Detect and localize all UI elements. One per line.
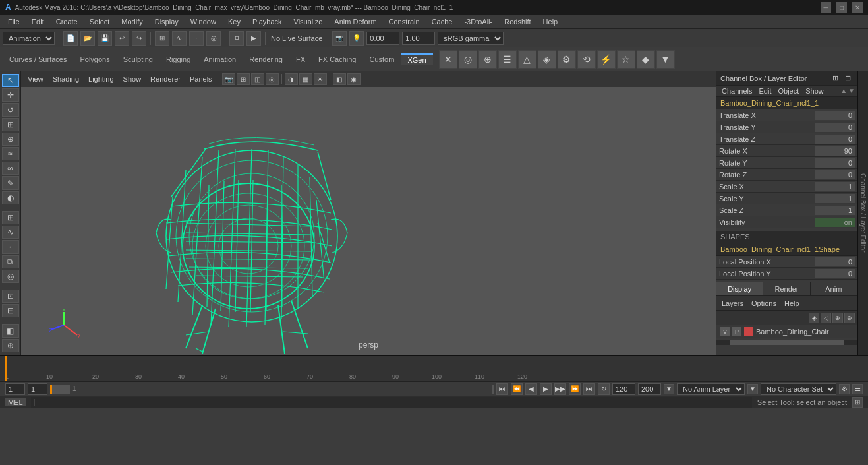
soft-mod-button[interactable]: ≈ [2, 147, 19, 160]
second-value-input[interactable] [402, 32, 435, 45]
shelf-icon-9[interactable]: ⚡ [597, 50, 616, 69]
layer-color-swatch[interactable] [744, 327, 753, 336]
snap-projected-button[interactable]: ⧉ [2, 255, 19, 268]
shelf-icon-12[interactable]: ▼ [656, 50, 675, 69]
menu-anim-deform[interactable]: Anim Deform [329, 16, 382, 27]
layers-scrollbar-thumb[interactable] [730, 340, 843, 345]
cb-expand-button[interactable]: ⊞ [830, 74, 841, 82]
menu-3dtoall[interactable]: -3DtoAll- [459, 16, 498, 27]
gamma-input[interactable] [366, 32, 399, 45]
max-time-input[interactable] [638, 383, 661, 395]
menu-file[interactable]: File [3, 16, 25, 27]
timeline-slider[interactable]: 1 [50, 385, 494, 394]
shelf-icon-5[interactable]: △ [518, 50, 536, 69]
minimize-button[interactable]: ─ [821, 2, 831, 13]
vp-texture-btn[interactable]: ▦ [299, 73, 312, 85]
extra-btn[interactable]: ☰ [852, 384, 863, 394]
help-menu[interactable]: Help [782, 299, 802, 307]
menu-window[interactable]: Window [185, 16, 221, 27]
show-manip-button[interactable]: ◐ [2, 191, 19, 204]
shelf-tab-fxcaching[interactable]: FX Caching [312, 53, 362, 65]
channel-value-rotate-y[interactable]: 0 [815, 158, 855, 168]
display-tab[interactable]: Display [716, 282, 763, 295]
vp-menu-shading[interactable]: Shading [49, 74, 83, 84]
channel-value-scale-z[interactable]: 1 [815, 206, 855, 215]
char-set-select[interactable]: No Character Set [761, 383, 836, 395]
vp-menu-lighting[interactable]: Lighting [84, 74, 118, 84]
quick-sel-button[interactable]: ◧ [2, 324, 19, 337]
cb-channels-menu[interactable]: Channels [719, 87, 755, 95]
menu-modify[interactable]: Modify [116, 16, 148, 27]
shelf-icon-6[interactable]: ◈ [538, 50, 556, 69]
new-scene-button[interactable]: 📄 [63, 31, 78, 46]
titlebar-controls[interactable]: ─ □ ✕ [821, 2, 863, 13]
script-editor-button[interactable]: ⊞ [852, 397, 863, 408]
shelf-tab-rendering[interactable]: Rendering [243, 53, 289, 65]
undo-button[interactable]: ↩ [115, 31, 129, 46]
shelf-tab-sculpting[interactable]: Sculpting [117, 53, 159, 65]
vp-menu-renderer[interactable]: Renderer [146, 74, 185, 84]
channel-value-visibility[interactable]: on [815, 218, 855, 227]
shelf-tab-polygons[interactable]: Polygons [73, 53, 116, 65]
cb-collapse-button[interactable]: ⊟ [842, 74, 854, 82]
go-to-start-button[interactable]: ⏮ [496, 383, 508, 395]
channel-value-translate-x[interactable]: 0 [815, 111, 855, 120]
char-set-toggle[interactable]: ▼ [664, 384, 674, 394]
save-scene-button[interactable]: 💾 [98, 31, 112, 46]
next-frame-button[interactable]: ▶▶ [554, 383, 566, 395]
menu-help[interactable]: Help [538, 16, 564, 27]
snap-curve-button[interactable]: ∿ [172, 31, 187, 46]
channel-value-local-pos-x[interactable]: 0 [815, 257, 855, 266]
shelf-icon-8[interactable]: ⟲ [577, 50, 596, 69]
vp-menu-view[interactable]: View [24, 74, 47, 84]
menu-playback[interactable]: Playback [247, 16, 287, 27]
frame-end-input[interactable] [612, 383, 635, 395]
snap-point-button[interactable]: · [189, 31, 204, 46]
viewport[interactable]: View Shading Lighting Show Renderer Pane… [21, 71, 716, 355]
menu-constrain[interactable]: Constrain [384, 16, 425, 27]
xform-button[interactable]: ⊕ [2, 339, 19, 352]
cb-scroll-up[interactable]: ▲ [840, 87, 847, 95]
menu-visualize[interactable]: Visualize [289, 16, 328, 27]
menu-key[interactable]: Key [223, 16, 246, 27]
cb-show-menu[interactable]: Show [803, 87, 826, 95]
snap-to-curve-button[interactable]: ∿ [2, 226, 19, 239]
vp-smooth-btn[interactable]: ◎ [266, 73, 279, 85]
vp-grid-btn[interactable]: ⊞ [237, 73, 250, 85]
shelf-icon-4[interactable]: ☰ [498, 50, 517, 69]
command-input-area[interactable]: | [31, 397, 752, 408]
anim-tab[interactable]: Anim [811, 282, 857, 295]
shelf-tab-xgen[interactable]: XGen [401, 53, 432, 65]
paint-select-button[interactable]: ✎ [2, 176, 19, 189]
frame-current-input[interactable] [28, 383, 47, 395]
frame-start-input[interactable] [5, 383, 25, 395]
channel-value-scale-x[interactable]: 1 [815, 182, 855, 191]
menu-select[interactable]: Select [84, 16, 115, 27]
color-mode-select[interactable]: sRGB gamma [438, 32, 504, 45]
shelf-tab-fx[interactable]: FX [289, 53, 312, 65]
timeline-slider-thumb[interactable] [50, 385, 52, 394]
camera-button[interactable]: 📷 [332, 31, 347, 46]
vp-cam-btn[interactable]: 📷 [222, 73, 235, 85]
menu-cache[interactable]: Cache [426, 16, 458, 27]
channel-value-translate-y[interactable]: 0 [815, 123, 855, 132]
snap-surface-button[interactable]: ◎ [2, 270, 19, 283]
settings-btn[interactable]: ⚙ [839, 384, 850, 394]
render-settings-button[interactable]: ⚙ [229, 31, 244, 46]
vp-menu-show[interactable]: Show [119, 74, 146, 84]
layer-remove-button[interactable]: ⊖ [844, 313, 855, 323]
close-button[interactable]: ✕ [852, 2, 863, 13]
prev-frame-button[interactable]: ◀ [525, 383, 537, 395]
vp-shading-btn[interactable]: ◑ [285, 73, 298, 85]
vp-isolate-btn[interactable]: ◉ [347, 73, 361, 85]
channel-value-scale-y[interactable]: 1 [815, 194, 855, 203]
cb-scroll-down[interactable]: ▼ [848, 87, 855, 95]
snap-view-button[interactable]: ◎ [206, 31, 221, 46]
step-forward-button[interactable]: ⏩ [569, 383, 581, 395]
shelf-tab-animation[interactable]: Animation [197, 53, 243, 65]
char-set-btn[interactable]: ▼ [747, 384, 758, 394]
shelf-icon-1[interactable]: ✕ [439, 50, 457, 69]
open-scene-button[interactable]: 📂 [80, 31, 95, 46]
light-button[interactable]: 💡 [349, 31, 364, 46]
channel-value-local-pos-y[interactable]: 0 [815, 269, 855, 278]
